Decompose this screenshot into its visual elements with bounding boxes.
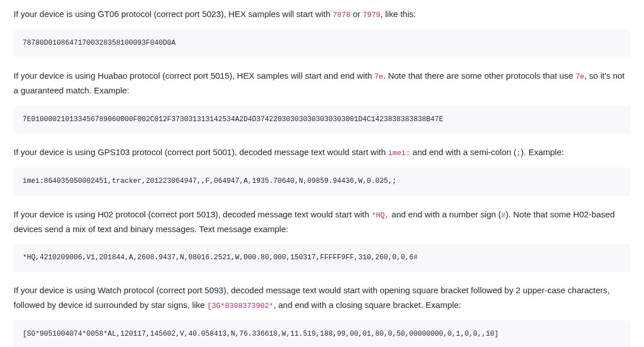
code-inline: 7979 [362, 11, 380, 19]
text: or [351, 9, 363, 19]
code-block-h02: *HQ,4210209006,V1,201844,A,2608.9437,N,0… [14, 244, 630, 272]
paragraph-watch: If your device is using Watch protocol (… [14, 283, 630, 312]
code-inline: # [501, 211, 506, 220]
text: If your device is using H02 protocol (co… [14, 209, 372, 219]
paragraph-gps103: If your device is using GPS103 protocol … [14, 145, 630, 160]
paragraph-huabao: If your device is using Huabao protocol … [14, 68, 630, 98]
code-inline: 7e [575, 72, 585, 81]
code-block-huabao: 7E010000210133456789060000F002C012F37303… [14, 106, 630, 134]
text: , and end with a closing square bracket.… [274, 300, 461, 310]
text: and end with a number sign ( [389, 209, 501, 219]
code-block-gt06: 78780D01086471700328358100093F040D0A [14, 29, 630, 57]
text: , like this: [381, 9, 416, 19]
code-inline: ; [517, 149, 521, 157]
code-inline: 7878 [333, 11, 351, 19]
text: If your device is using GPS103 protocol … [14, 147, 388, 157]
code-inline: imei: [388, 149, 410, 157]
text: . Note that there are some other protoco… [383, 71, 575, 80]
code-block-watch: [SG*9051004074*0058*AL,120117,145602,V,4… [14, 320, 630, 347]
paragraph-gt06: If your device is using GT06 protocol (c… [14, 7, 630, 22]
text: If your device is using GT06 protocol (c… [14, 9, 333, 19]
text: ). Example: [521, 147, 564, 157]
code-block-gps103: imei:864035050002451,tracker,20122306494… [14, 168, 630, 195]
code-inline: [3G*8308373902* [207, 302, 274, 310]
code-inline: *HQ, [372, 211, 389, 220]
code-inline: 7e [374, 72, 383, 81]
text: and end with a semi-colon ( [410, 147, 517, 157]
text: If your device is using Huabao protocol … [14, 71, 374, 80]
paragraph-h02: If your device is using H02 protocol (co… [14, 207, 630, 237]
